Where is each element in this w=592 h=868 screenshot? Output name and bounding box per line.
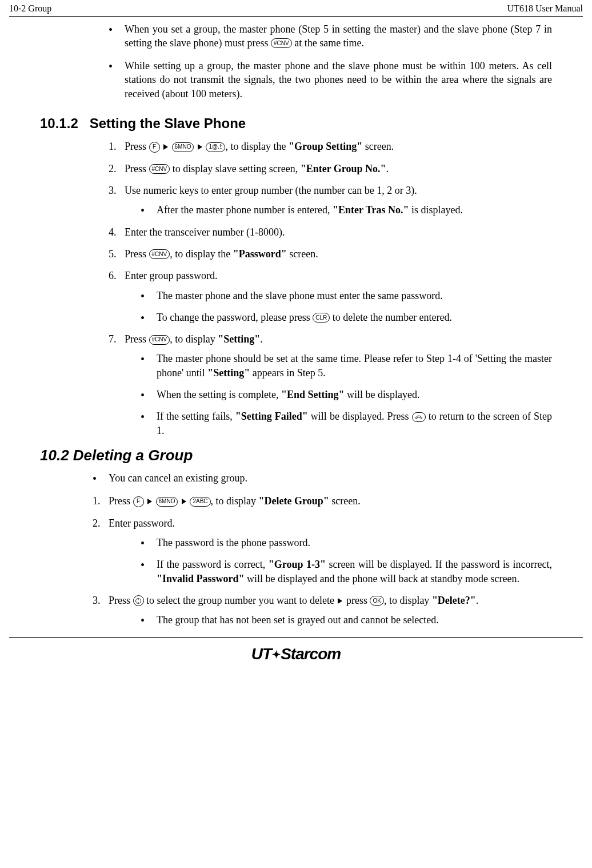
- text: , to display: [170, 333, 218, 345]
- six-key-icon: 6MNO: [172, 142, 194, 152]
- hash-key-icon: #CNV: [149, 249, 170, 259]
- text: Press: [125, 333, 149, 345]
- intro-bullet-1: When you set a group, the master phone (…: [109, 22, 552, 50]
- text: , to display the: [225, 141, 289, 152]
- triangle-icon: [198, 144, 202, 150]
- triangle-icon: [163, 144, 168, 150]
- sub-bullet: The password is the phone password.: [141, 536, 552, 550]
- sub-bullet: The group that has not been set is graye…: [141, 613, 552, 627]
- section-heading-10-2: 10.2 Deleting a Group: [40, 445, 552, 465]
- text: Enter the transceiver number (1-8000).: [125, 226, 285, 238]
- hash-key-icon: #CNV: [149, 164, 170, 174]
- header-left: 10-2 Group: [9, 2, 51, 15]
- sub-bullet: When the setting is complete, "End Setti…: [141, 388, 552, 401]
- step-4: 4. Enter the transceiver number (1-8000)…: [109, 225, 552, 239]
- text: After the master phone number is entered…: [157, 204, 333, 216]
- step-1: 1. Press F 6MNO 1@.!:, to display the "G…: [109, 140, 552, 153]
- text: screen.: [329, 495, 361, 507]
- section-number: 10.1.2: [40, 116, 78, 131]
- step-2: 2. Press #CNV to display slave setting s…: [109, 162, 552, 176]
- sub-bullet: If the setting fails, "Setting Failed" w…: [141, 409, 552, 437]
- steps-10-2: 1. Press F 6MNO 2ABC, to display "Delete…: [93, 494, 552, 627]
- step-7-sub: The master phone should be set at the sa…: [141, 352, 552, 437]
- bold-text: "Delete?": [432, 595, 476, 606]
- text: will be displayed. Press: [308, 411, 412, 422]
- one-key-icon: 1@.!:: [206, 142, 225, 152]
- text: screen.: [287, 248, 318, 260]
- steps-10-1-2: 1. Press F 6MNO 1@.!:, to display the "G…: [109, 140, 552, 437]
- nav-key-icon: [133, 595, 144, 606]
- bold-text: "Delete Group": [259, 495, 329, 507]
- bold-text: "Group Setting": [289, 141, 362, 152]
- text: Press: [109, 595, 133, 606]
- bold-text: "Setting Failed": [235, 411, 308, 422]
- header-right: UT618 User Manual: [507, 2, 583, 15]
- sub-bullet: The master phone and the slave phone mus…: [141, 289, 552, 302]
- section-title: Setting the Slave Phone: [90, 116, 246, 131]
- text: If the setting fails,: [157, 411, 235, 422]
- text: .: [386, 163, 389, 174]
- two-key-icon: 2ABC: [190, 497, 210, 507]
- step-3: 3. Use numeric keys to enter group numbe…: [109, 184, 552, 217]
- text: screen.: [362, 141, 394, 152]
- step-1: 1. Press F 6MNO 2ABC, to display "Delete…: [93, 494, 552, 508]
- text: You can cancel an existing group.: [109, 472, 247, 484]
- text: Press: [109, 495, 133, 507]
- f-key-icon: F: [149, 142, 160, 153]
- text: When the setting is complete,: [157, 389, 281, 400]
- text: will be displayed.: [344, 389, 419, 400]
- clr-key-icon: CLR: [313, 313, 330, 322]
- six-key-icon: 6MNO: [156, 497, 178, 507]
- step-6: 6. Enter group password. The master phon…: [109, 269, 552, 324]
- bold-text: "Enter Group No.": [301, 163, 386, 174]
- step-5: 5. Press #CNV, to display the "Password"…: [109, 247, 552, 261]
- text: Use numeric keys to enter group number (…: [125, 185, 417, 196]
- text: If the password is correct,: [157, 559, 269, 570]
- text: Press: [125, 163, 149, 174]
- text: to select the group number you want to d…: [144, 595, 337, 606]
- bold-text: "Setting": [218, 333, 260, 345]
- footer-logo: UT✦Starcom: [0, 643, 592, 670]
- bold-text: "Enter Tras No.": [333, 204, 409, 216]
- hash-key-icon: #CNV: [149, 335, 170, 345]
- intro-bullet-2: While setting up a group, the master pho…: [109, 59, 552, 101]
- text: .: [476, 595, 479, 606]
- logo-rest: Starcom: [281, 645, 341, 663]
- text: is displayed.: [409, 204, 463, 216]
- text: , to display the: [170, 248, 233, 260]
- sub-bullet: To change the password, please press CLR…: [141, 310, 552, 324]
- step-6-sub: The master phone and the slave phone mus…: [141, 289, 552, 325]
- sub-bullet: The master phone should be set at the sa…: [141, 352, 552, 380]
- text: appears in Step 5.: [250, 367, 325, 379]
- text: Press: [125, 141, 149, 152]
- triangle-icon: [338, 598, 342, 604]
- triangle-icon: [182, 499, 186, 504]
- intro-bullets: When you set a group, the master phone (…: [109, 22, 552, 101]
- bold-text: "Group 1-3": [269, 559, 326, 570]
- text: press: [343, 595, 370, 606]
- step-3: 3. Press to select the group number you …: [93, 594, 552, 627]
- bold-text: "Password": [233, 248, 287, 260]
- f-key-icon: F: [133, 496, 144, 507]
- text: to delete the number entered.: [330, 312, 452, 323]
- text: , to display: [211, 495, 259, 507]
- triangle-icon: [147, 499, 152, 504]
- text: , to display: [384, 595, 432, 606]
- text: While setting up a group, the master pho…: [125, 60, 552, 99]
- text: To change the password, please press: [157, 312, 313, 323]
- bold-text: "Setting": [207, 367, 250, 379]
- step-7: 7. Press #CNV, to display "Setting". The…: [109, 332, 552, 437]
- text: Press: [125, 248, 149, 260]
- sec-10-2-intro-bullets: You can cancel an existing group.: [93, 471, 552, 485]
- step-3-sub: The group that has not been set is graye…: [141, 613, 552, 627]
- step-2: 2. Enter password. The password is the p…: [93, 516, 552, 586]
- star-icon: ✦: [272, 648, 280, 662]
- text: .: [260, 333, 263, 345]
- text: The password is the phone password.: [157, 537, 310, 548]
- text: screen will be displayed. If the passwor…: [326, 559, 552, 570]
- sub-bullet: If the password is correct, "Group 1-3" …: [141, 558, 552, 586]
- text: to display slave setting screen,: [170, 163, 300, 174]
- text: Enter group password.: [125, 270, 217, 281]
- ok-key-icon: OK: [370, 596, 383, 606]
- text: The master phone and the slave phone mus…: [157, 290, 443, 301]
